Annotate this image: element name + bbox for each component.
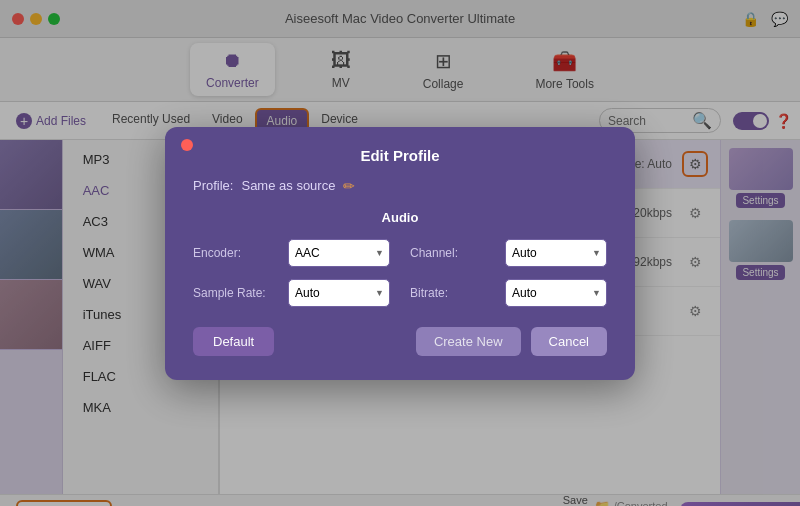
modal-cancel-button[interactable]: Cancel — [531, 327, 607, 356]
modal-channel-row: Channel: Auto — [410, 239, 607, 267]
modal-title: Edit Profile — [193, 147, 607, 164]
modal-audio-section: Audio — [193, 210, 607, 225]
edit-icon[interactable]: ✏ — [343, 178, 355, 194]
modal-fields: Encoder: AAC Channel: Auto Sample Rate — [193, 239, 607, 307]
modal-create-new-button[interactable]: Create New — [416, 327, 521, 356]
bitrate-label: Bitrate: — [410, 286, 495, 300]
encoder-label: Encoder: — [193, 246, 278, 260]
channel-label: Channel: — [410, 246, 495, 260]
bitrate-select[interactable]: Auto — [505, 279, 607, 307]
modal-close-button[interactable] — [181, 139, 193, 151]
modal-encoder-row: Encoder: AAC — [193, 239, 390, 267]
modal-bitrate-row: Bitrate: Auto — [410, 279, 607, 307]
channel-select[interactable]: Auto — [505, 239, 607, 267]
modal-sample-rate-row: Sample Rate: Auto — [193, 279, 390, 307]
sample-rate-select-wrap: Auto — [288, 279, 390, 307]
encoder-select[interactable]: AAC — [288, 239, 390, 267]
modal-default-button[interactable]: Default — [193, 327, 274, 356]
modal-actions: Default Create New Cancel — [193, 327, 607, 356]
bitrate-select-wrap: Auto — [505, 279, 607, 307]
modal-profile-label: Profile: — [193, 178, 233, 193]
encoder-select-wrap: AAC — [288, 239, 390, 267]
modal-right-buttons: Create New Cancel — [416, 327, 607, 356]
modal-overlay: Edit Profile Profile: Same as source ✏ A… — [0, 0, 800, 506]
sample-rate-label: Sample Rate: — [193, 286, 278, 300]
sample-rate-select[interactable]: Auto — [288, 279, 390, 307]
channel-select-wrap: Auto — [505, 239, 607, 267]
modal-profile-row: Profile: Same as source ✏ — [193, 178, 607, 194]
edit-profile-modal: Edit Profile Profile: Same as source ✏ A… — [165, 127, 635, 380]
modal-profile-value: Same as source — [241, 178, 335, 193]
